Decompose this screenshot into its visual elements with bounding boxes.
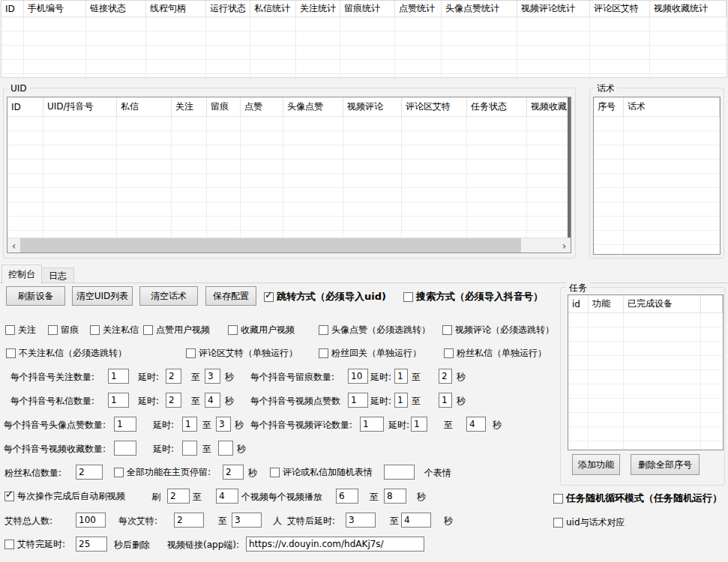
uid-col-id[interactable]: ID [7,97,43,116]
trace-delay-from-input[interactable] [394,369,408,384]
uid-col-follow[interactable]: 关注 [172,97,207,116]
avatar-like-delay-from-input[interactable] [182,417,197,432]
sec-label: 秒 [457,371,466,384]
col-phone-no[interactable]: 手机编号 [24,1,86,16]
checkbox-comment-at[interactable]: 评论区艾特（单独运行） [186,345,298,360]
at-delete-checkbox[interactable]: 艾特完延时: [4,537,65,552]
dm-delay-to-input[interactable] [205,393,220,408]
video-like-delay-from-input[interactable] [394,393,408,408]
col-avatar-like-stat[interactable]: 头像点赞统计 [442,1,517,16]
avatar-like-delay-to-input[interactable] [216,417,231,432]
video-fav-delay-to-input[interactable] [218,441,233,456]
follow-delay-to-input[interactable] [205,369,220,384]
video-comment-delay-from-input[interactable] [411,417,427,432]
video-like-count-input[interactable] [348,393,368,408]
delay-label: 延时: [388,419,409,432]
random-loop-checkbox[interactable]: 任务随机循环模式（任务随机运行） [553,491,722,506]
video-fav-delay-from-input[interactable] [182,441,197,456]
checkbox-fans-dm[interactable]: 粉丝私信（单独运行） [444,345,547,360]
tab-log[interactable]: 日志 [41,268,74,284]
checkbox-box [228,325,238,335]
col-run-status[interactable]: 运行状态 [206,1,250,16]
col-video-fav-stat[interactable]: 视频收藏统计 [650,1,727,16]
video-link-input[interactable] [246,537,424,552]
col-trace-stat[interactable]: 留痕统计 [340,1,395,16]
device-table-header: ID 手机编号 链接状态 线程句柄 运行状态 私信统计 关注统计 留痕统计 点赞… [1,1,727,17]
checkbox-no-follow-dm[interactable]: 不关注私信（必须选跳转） [6,345,127,360]
task-col-done-devices[interactable]: 已完成设备 [624,295,701,312]
uid-col-avatar-like[interactable]: 头像点赞 [283,97,343,116]
task-table-body[interactable] [568,313,723,450]
checkbox-label: 视频评论（必须选跳转） [455,324,554,336]
checkbox-avatar-like[interactable]: 头像点赞（必须选跳转） [319,322,430,337]
col-thread-handle[interactable]: 线程句柄 [146,1,206,16]
col-video-comment-stat[interactable]: 视频评论统计 [517,1,590,16]
checkbox-fav-user-video[interactable]: 收藏用户视频 [228,322,295,337]
scroll-left-button[interactable]: ‹ [7,238,20,253]
checkbox-video-comment[interactable]: 视频评论（必须选跳转） [442,322,554,337]
at-delete-delay-input[interactable] [76,537,107,552]
checkbox-follow[interactable]: 关注 [5,322,36,337]
col-link-status[interactable]: 链接状态 [86,1,146,16]
col-like-stat[interactable]: 点赞统计 [395,1,442,16]
uid-col-dm[interactable]: 私信 [117,97,172,116]
uid-scroll-track[interactable] [521,238,558,253]
task-table-header: id 功能 已完成设备 [568,295,723,313]
video-like-delay-to-input[interactable] [439,393,452,408]
follow-delay-from-input[interactable] [166,369,181,384]
uid-scroll-thumb[interactable] [20,238,521,253]
delay-label: 延时: [153,443,174,456]
col-id[interactable]: ID [1,1,24,16]
checkbox-follow-dm[interactable]: 关注私信 [90,322,139,337]
random-emoji-checkbox[interactable]: 评论或私信加随机表情 [270,465,373,480]
task-table: id 功能 已完成设备 [568,294,724,450]
col-dm-stat[interactable]: 私信统计 [250,1,296,16]
jump-mode-checkbox[interactable]: ✓ 跳转方式（必须导入uid) [264,289,386,304]
tab-console[interactable]: 控制台 [1,265,42,284]
search-mode-label: 搜索方式（必须导入抖音号） [416,290,543,303]
task-col-id[interactable]: id [568,295,589,312]
uid-col-uid[interactable]: UID/抖音号 [43,97,117,116]
uid-table-body[interactable] [7,117,571,238]
checkbox-like-user-video[interactable]: 点赞用户视频 [143,322,210,337]
col-comment-at[interactable]: 评论区艾特 [590,1,650,16]
col-follow-stat[interactable]: 关注统计 [296,1,340,16]
script-col-text[interactable]: 话术 [624,97,720,116]
uid-script-match-checkbox[interactable]: uid与话术对应 [553,515,625,530]
follow-count-input[interactable] [108,369,129,384]
task-col-function[interactable]: 功能 [589,295,624,312]
emoji-count-input[interactable] [384,465,415,480]
stay-homepage-checkbox[interactable]: 全部功能在主页停留: [114,465,211,480]
video-comment-delay-to-input[interactable] [466,417,486,432]
trace-delay-to-input[interactable] [439,369,452,384]
uid-col-trace[interactable]: 留痕 [207,97,241,116]
checkbox-box [553,518,563,528]
add-function-button[interactable]: 添加功能 [572,454,620,475]
search-mode-checkbox[interactable]: 搜索方式（必须导入抖音号） [403,289,543,304]
device-table-body[interactable] [1,17,727,77]
video-comment-count-input[interactable] [360,417,384,432]
script-col-index[interactable]: 序号 [594,97,624,116]
checkbox-trace[interactable]: 留痕 [48,322,79,337]
stay-seconds-input[interactable] [223,465,244,480]
uid-col-like[interactable]: 点赞 [241,97,283,116]
dm-delay-from-input[interactable] [166,393,181,408]
uid-vertical-scrollbar[interactable] [568,97,571,238]
delete-all-serial-button[interactable]: 删除全部序号 [631,454,700,475]
trace-count-input[interactable] [348,369,368,384]
dm-count-input[interactable] [108,393,129,408]
video-fav-count-input[interactable] [114,441,136,456]
uid-horizontal-scrollbar[interactable]: ‹ › [7,238,571,253]
uid-col-comment-at[interactable]: 评论区艾特 [402,97,467,116]
uid-col-video-fav[interactable]: 视频收藏 [527,97,571,116]
script-table-body[interactable] [594,117,720,254]
video-link-label: 视频链接(app端): [167,539,239,552]
tab-log-label: 日志 [49,270,67,282]
avatar-like-count-input[interactable] [114,417,136,432]
uid-table-gridlines [7,117,571,238]
uid-col-task-status[interactable]: 任务状态 [467,97,527,116]
uid-col-video-comment[interactable]: 视频评论 [343,97,402,116]
fans-dm-count-input[interactable] [76,465,103,480]
scroll-right-button[interactable]: › [558,238,571,253]
checkbox-fans-follow-back[interactable]: 粉丝回关（单独运行） [319,345,421,360]
